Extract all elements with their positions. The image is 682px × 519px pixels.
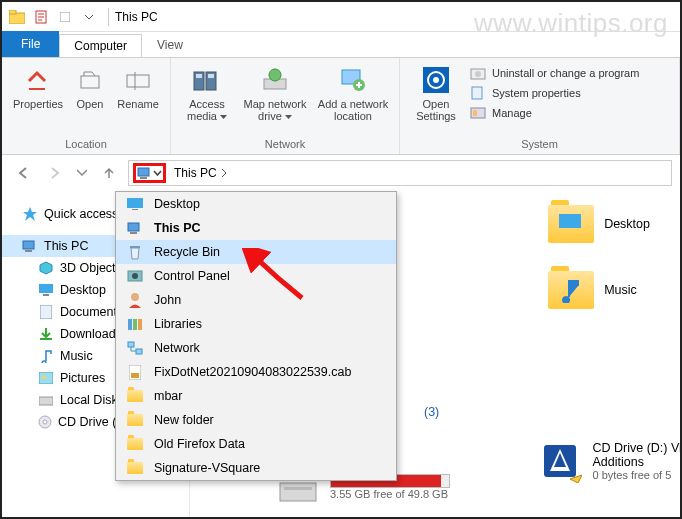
sys-props-icon [470, 85, 486, 101]
open-icon [74, 64, 106, 96]
folder-music[interactable]: Music [548, 271, 650, 309]
add-network-location-button[interactable]: Add a network location [315, 62, 391, 122]
qat-overflow-icon[interactable] [78, 6, 100, 28]
dd-icon [126, 244, 144, 260]
dropdown-item[interactable]: Signature-VSquare [116, 456, 396, 480]
tab-computer[interactable]: Computer [59, 34, 142, 57]
cd-icon [38, 414, 52, 430]
dropdown-item[interactable]: John [116, 288, 396, 312]
downloads-icon [38, 326, 54, 342]
svg-rect-52 [128, 342, 134, 347]
svg-point-32 [42, 375, 46, 379]
tab-file[interactable]: File [2, 31, 59, 57]
music-icon [38, 348, 54, 364]
svg-rect-27 [39, 284, 53, 293]
svg-rect-37 [280, 483, 316, 501]
open-settings-button[interactable]: Open Settings [408, 62, 464, 122]
dropdown-item[interactable]: This PC [116, 216, 396, 240]
svg-rect-36 [559, 214, 581, 228]
svg-rect-45 [130, 246, 140, 248]
dd-icon [126, 436, 144, 452]
dd-icon [126, 460, 144, 476]
up-button[interactable] [96, 160, 122, 186]
title-bar: This PC [2, 2, 680, 32]
svg-rect-23 [138, 168, 149, 176]
rename-icon [122, 64, 154, 96]
svg-rect-49 [128, 319, 132, 330]
map-network-drive-button[interactable]: Map network drive [239, 62, 311, 122]
breadcrumb-dropdown[interactable]: DesktopThis PCRecycle BinControl PanelJo… [115, 191, 397, 481]
svg-point-35 [43, 420, 47, 424]
dropdown-item[interactable]: FixDotNet20210904083022539.cab [116, 360, 396, 384]
qat-dropdown-icon[interactable] [54, 6, 76, 28]
svg-point-47 [132, 273, 138, 279]
folder-icon [548, 205, 594, 243]
open-button[interactable]: Open [70, 62, 110, 110]
svg-rect-4 [81, 76, 99, 88]
ribbon-tabs: File Computer View [2, 32, 680, 57]
svg-rect-28 [43, 294, 49, 296]
svg-rect-26 [25, 250, 32, 252]
3d-icon [38, 260, 54, 276]
dropdown-item[interactable]: Libraries [116, 312, 396, 336]
desktop-icon [38, 282, 54, 298]
breadcrumb-root-dropdown[interactable] [133, 163, 166, 183]
vbox-cd-icon [538, 439, 582, 483]
uninstall-icon [470, 65, 486, 81]
dropdown-item[interactable]: New folder [116, 408, 396, 432]
group-location: Properties Open Rename Location [2, 58, 171, 154]
dropdown-item[interactable]: Control Panel [116, 264, 396, 288]
back-button[interactable] [10, 160, 36, 186]
properties-button[interactable]: Properties [10, 62, 66, 110]
qat-folder-icon[interactable] [6, 6, 28, 28]
svg-rect-50 [133, 319, 137, 330]
folder-icon [548, 271, 594, 309]
map-drive-icon [259, 64, 291, 96]
svg-rect-29 [40, 305, 52, 319]
drive-free-text: 3.55 GB free of 49.8 GB [330, 488, 450, 500]
system-properties-button[interactable]: System properties [468, 84, 641, 102]
drive-cd[interactable]: CD Drive (D:) Vir Additions 0 bytes free… [538, 439, 682, 483]
window-title: This PC [115, 10, 158, 24]
documents-icon [38, 304, 54, 320]
folder-desktop[interactable]: Desktop [548, 205, 650, 243]
group-network: Access media Map network drive Add a net… [171, 58, 400, 154]
dropdown-item[interactable]: Network [116, 336, 396, 360]
rename-button[interactable]: Rename [114, 62, 162, 110]
dropdown-item[interactable]: Recycle Bin [116, 240, 396, 264]
breadcrumb-bar[interactable]: This PC [128, 160, 672, 186]
tab-view[interactable]: View [142, 33, 198, 57]
dd-icon [126, 340, 144, 356]
svg-rect-10 [208, 74, 214, 78]
recent-locations-button[interactable] [74, 160, 90, 186]
forward-button[interactable] [42, 160, 68, 186]
svg-rect-3 [60, 12, 70, 22]
qat-properties-icon[interactable] [30, 6, 52, 28]
ribbon: Properties Open Rename Location Access m… [2, 57, 680, 155]
breadcrumb-this-pc[interactable]: This PC [168, 164, 234, 182]
dd-icon [126, 388, 144, 404]
group-location-label: Location [10, 136, 162, 152]
svg-rect-51 [138, 319, 142, 330]
star-icon [22, 206, 38, 222]
access-media-button[interactable]: Access media [179, 62, 235, 122]
svg-rect-43 [128, 223, 139, 231]
disk-icon [38, 392, 54, 408]
dd-icon [126, 268, 144, 284]
svg-rect-38 [284, 487, 312, 490]
settings-icon [420, 64, 452, 96]
svg-rect-20 [472, 87, 482, 99]
dropdown-item[interactable]: Desktop [116, 192, 396, 216]
svg-rect-53 [136, 349, 142, 354]
svg-rect-30 [40, 338, 52, 340]
svg-rect-24 [140, 177, 147, 179]
dropdown-item[interactable]: Old Firefox Data [116, 432, 396, 456]
manage-button[interactable]: Manage [468, 104, 641, 122]
group-system-label: System [408, 136, 671, 152]
svg-point-12 [269, 69, 281, 81]
dropdown-item[interactable]: mbar [116, 384, 396, 408]
dd-icon [126, 316, 144, 332]
uninstall-program-button[interactable]: Uninstall or change a program [468, 64, 641, 82]
dd-icon [126, 412, 144, 428]
devices-count: (3) [424, 405, 439, 419]
